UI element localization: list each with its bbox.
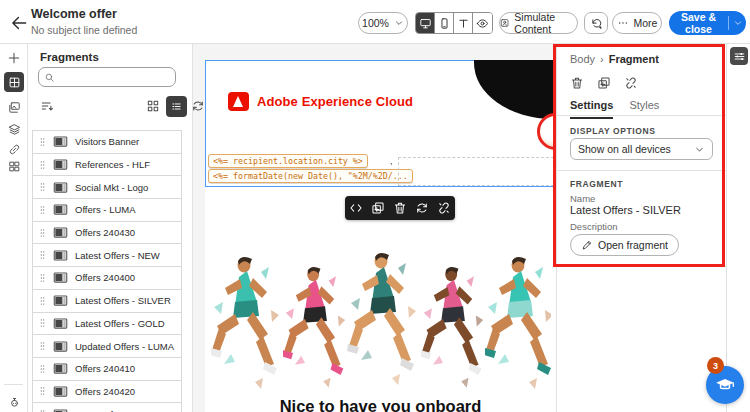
simulate-content-label: Simulate Content: [514, 11, 577, 35]
components-rail-button[interactable]: [4, 156, 24, 176]
fragment-icon: [8, 76, 21, 89]
plain-text-button[interactable]: [454, 13, 473, 33]
duplicate-icon[interactable]: [371, 201, 385, 215]
drag-handle-icon[interactable]: [39, 203, 46, 217]
fragment-item-label: Latest Offers - NEW: [75, 250, 160, 261]
fragment-list-item[interactable]: Offers 240410: [33, 358, 181, 381]
refresh-icon[interactable]: [191, 99, 205, 113]
fragment-list-item[interactable]: Updated Offers - LUMA: [33, 335, 181, 358]
assets-rail-button[interactable]: [4, 97, 24, 117]
grid-view-icon[interactable]: [146, 99, 160, 113]
help-button[interactable]: 3: [706, 366, 744, 404]
drag-handle-icon[interactable]: [39, 362, 46, 376]
fragments-rail-button[interactable]: [4, 72, 24, 92]
eye-icon: [476, 17, 489, 30]
fragment-list-item[interactable]: Offers 240420: [33, 381, 181, 404]
fragment-search-input[interactable]: [59, 72, 159, 83]
drag-handle-icon[interactable]: [39, 407, 46, 412]
add-content-button[interactable]: [4, 48, 24, 68]
fragment-item-label: Visitors Banner: [75, 136, 139, 147]
fragment-search-box[interactable]: [38, 67, 176, 87]
fragment-list-item[interactable]: Visitors Banner: [33, 131, 181, 154]
link-icon: [8, 143, 21, 156]
fragment-thumbnail-icon: [53, 225, 68, 240]
drag-handle-icon[interactable]: [39, 135, 46, 149]
fragment-list-item[interactable]: Offers 240430: [33, 222, 181, 245]
sync-icon[interactable]: [415, 201, 429, 215]
email-heading[interactable]: Nice to have you onboard: [205, 397, 556, 412]
right-rail: [726, 44, 750, 412]
fragment-list-item[interactable]: My new fragment: [33, 403, 181, 412]
breadcrumb-body[interactable]: Body: [570, 53, 595, 65]
fragment-list-item[interactable]: Offers - LUMA: [33, 199, 181, 222]
delete-icon[interactable]: [393, 201, 407, 215]
mobile-preview-button[interactable]: [435, 13, 454, 33]
runners-image[interactable]: [211, 248, 551, 398]
back-icon[interactable]: [9, 13, 29, 33]
save-options-chevron[interactable]: [729, 18, 746, 28]
fragment-list-item[interactable]: Latest Offers - SILVER: [33, 290, 181, 313]
empty-column-placeholder[interactable]: [398, 157, 554, 186]
unlink-icon[interactable]: [624, 76, 638, 90]
zoom-dropdown[interactable]: 100%: [358, 12, 408, 34]
trash-icon[interactable]: [570, 76, 584, 90]
tab-settings[interactable]: Settings: [570, 99, 613, 119]
code-icon[interactable]: [349, 201, 363, 215]
drag-handle-icon[interactable]: [39, 248, 46, 262]
zoom-value: 100%: [362, 17, 389, 29]
subject-line-status: No subject line defined: [31, 24, 137, 36]
fragment-list-item[interactable]: References - HLF: [33, 154, 181, 177]
personalization-token-date[interactable]: <%= formatDate(new Date(), "%2M/%2D/...: [208, 169, 413, 183]
component-settings-toggle[interactable]: [730, 47, 748, 65]
fragment-thumbnail-icon: [53, 339, 68, 354]
drag-handle-icon[interactable]: [39, 339, 46, 353]
drag-handle-icon[interactable]: [39, 180, 46, 194]
drag-handle-icon[interactable]: [39, 294, 46, 308]
fragment-item-label: Updated Offers - LUMA: [75, 341, 174, 352]
pencil-icon: [581, 239, 593, 251]
open-fragment-button[interactable]: Open fragment: [570, 234, 679, 256]
tab-styles[interactable]: Styles: [629, 99, 659, 119]
detach-icon[interactable]: [437, 201, 451, 215]
sort-filter-icon[interactable]: [40, 99, 54, 113]
more-button[interactable]: More: [612, 12, 662, 34]
drag-handle-icon[interactable]: [39, 271, 46, 285]
personalization-token-city[interactable]: <%= recipient.location.city %>: [208, 154, 368, 168]
fragment-list-item[interactable]: Offers 240400: [33, 267, 181, 290]
breadcrumb-fragment: Fragment: [609, 53, 659, 65]
selected-header-fragment[interactable]: Adobe Experience Cloud <%= recipient.loc…: [205, 60, 556, 187]
save-close-split-button[interactable]: Save & close: [669, 11, 746, 35]
layers-icon: [8, 123, 21, 136]
drag-handle-icon[interactable]: [39, 384, 46, 398]
assistant-icon: [8, 396, 21, 409]
display-options-select[interactable]: Show on all devices: [570, 138, 713, 160]
display-options-label: DISPLAY OPTIONS: [570, 126, 656, 136]
drag-handle-icon[interactable]: [39, 316, 46, 330]
fragment-list-item[interactable]: Latest Offers - GOLD: [33, 313, 181, 336]
preview-button[interactable]: [473, 13, 492, 33]
desktop-preview-button[interactable]: [416, 13, 435, 33]
fragment-item-label: Offers 240410: [75, 363, 135, 374]
email-body[interactable]: Adobe Experience Cloud <%= recipient.loc…: [205, 60, 556, 412]
drag-handle-icon[interactable]: [39, 226, 46, 240]
text-icon: [457, 17, 470, 30]
list-view-button[interactable]: [166, 96, 187, 117]
undo-button[interactable]: [584, 12, 608, 34]
simulate-content-button[interactable]: Simulate Content: [499, 12, 578, 34]
panel-divider: [557, 115, 726, 116]
layers-rail-button[interactable]: [4, 119, 24, 139]
rail-divider: [4, 384, 23, 385]
fragment-item-label: Latest Offers - SILVER: [75, 295, 171, 306]
list-view-icon: [170, 100, 183, 113]
panel-divider: [557, 170, 726, 171]
drag-handle-icon[interactable]: [39, 158, 46, 172]
duplicate-icon[interactable]: [597, 76, 611, 90]
breadcrumb-chevron-icon: ›: [600, 53, 604, 65]
assistant-rail-button[interactable]: [4, 392, 24, 412]
fragment-item-label: My new fragment: [75, 409, 148, 412]
fragment-thumbnail-icon: [53, 180, 68, 195]
plus-icon: [7, 51, 21, 65]
brand-row: Adobe Experience Cloud: [228, 90, 413, 112]
fragment-list-item[interactable]: Latest Offers - NEW: [33, 244, 181, 267]
fragment-list-item[interactable]: Social Mkt - Logo: [33, 176, 181, 199]
